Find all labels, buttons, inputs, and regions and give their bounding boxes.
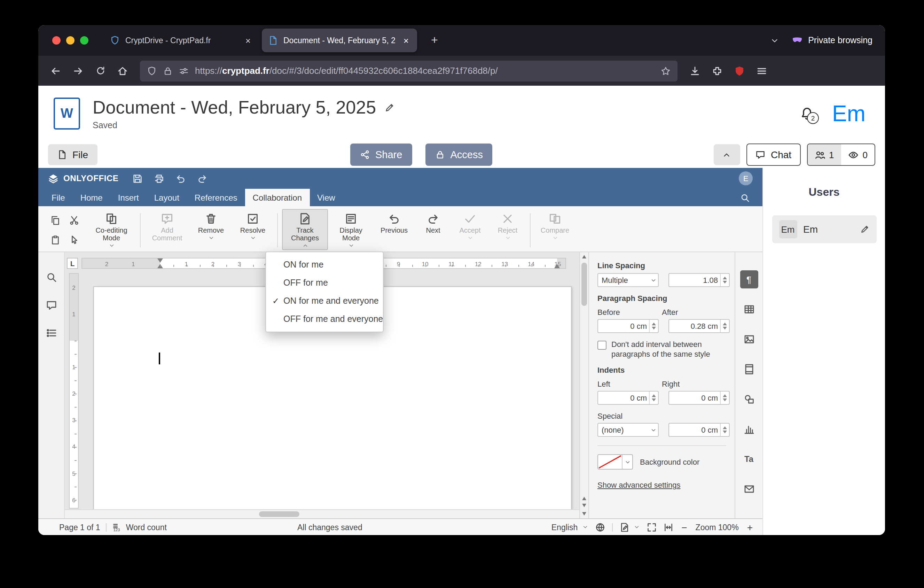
track-menu-item[interactable]: ON for me	[266, 256, 383, 274]
app-menu-button[interactable]	[751, 60, 772, 81]
navigation-outline-icon[interactable]	[46, 327, 57, 339]
oo-tab-home[interactable]: Home	[73, 189, 111, 206]
file-button[interactable]: File	[48, 144, 97, 165]
reject-change-button[interactable]: Reject	[490, 209, 526, 243]
indent-left-spinner[interactable]: 0 cm	[597, 391, 659, 405]
horizontal-scrollbar[interactable]	[65, 509, 579, 518]
zoom-in-button[interactable]: +	[746, 522, 754, 533]
home-button[interactable]	[112, 60, 133, 81]
accept-change-button[interactable]: Accept	[452, 209, 488, 243]
cut-button[interactable]	[66, 211, 83, 229]
close-tab-icon[interactable]: ×	[243, 35, 253, 46]
new-tab-button[interactable]: +	[426, 32, 444, 49]
notifications-bell-icon[interactable]: 2	[800, 107, 814, 121]
remove-comment-button[interactable]: Remove	[191, 209, 231, 243]
extensions-button[interactable]	[707, 60, 728, 81]
previous-change-button[interactable]: Previous	[374, 209, 414, 236]
next-page-arrow[interactable]	[582, 504, 586, 507]
select-all-button[interactable]	[66, 231, 83, 249]
show-advanced-settings-link[interactable]: Show advanced settings	[597, 481, 681, 489]
tab-document[interactable]: Document - Wed, February 5, 2 ×	[262, 28, 417, 52]
forward-button[interactable]	[68, 60, 88, 81]
interval-checkbox[interactable]	[597, 341, 607, 350]
presence-indicator[interactable]: 1 0	[807, 144, 875, 166]
redo-icon[interactable]	[197, 173, 208, 183]
search-button[interactable]	[733, 189, 757, 206]
tab-cryptdrive[interactable]: CryptDrive - CryptPad.fr ×	[104, 28, 259, 52]
special-amount-spinner[interactable]: 0 cm	[668, 423, 730, 437]
permissions-sliders-icon[interactable]	[179, 66, 189, 76]
back-button[interactable]	[45, 60, 66, 81]
spacing-before-spinner[interactable]: 0 cm	[597, 319, 659, 333]
close-window-button[interactable]	[52, 36, 61, 45]
fit-to-width-icon[interactable]	[663, 522, 673, 532]
paragraph-settings-tab[interactable]: ¶	[740, 270, 758, 288]
resolve-button[interactable]: Resolve	[233, 209, 273, 243]
fit-to-page-icon[interactable]	[647, 522, 656, 532]
save-icon[interactable]	[132, 173, 143, 183]
first-line-indent-marker[interactable]	[157, 258, 163, 263]
chat-button[interactable]: Chat	[746, 144, 800, 166]
scroll-up-arrow[interactable]	[582, 255, 586, 258]
copy-button[interactable]	[47, 211, 64, 229]
background-color-button[interactable]	[597, 454, 633, 469]
indent-right-spinner[interactable]: 0 cm	[668, 391, 730, 405]
close-tab-icon[interactable]: ×	[401, 35, 411, 46]
reload-button[interactable]	[90, 60, 111, 81]
word-count-button[interactable]: Word count	[112, 522, 167, 532]
scroll-down-arrow[interactable]	[582, 512, 586, 515]
track-changes-button[interactable]: Track Changes	[282, 209, 328, 250]
share-button[interactable]: Share	[350, 144, 412, 166]
paste-button[interactable]	[47, 231, 64, 249]
track-menu-item[interactable]: OFF for me	[266, 274, 383, 292]
spellcheck-globe-icon[interactable]	[595, 522, 605, 532]
edit-title-pencil-icon[interactable]	[384, 102, 395, 113]
right-indent-marker[interactable]	[554, 264, 559, 268]
display-mode-button[interactable]: Display Mode	[329, 209, 373, 250]
next-change-button[interactable]: Next	[416, 209, 450, 236]
tracking-protection-shield-icon[interactable]	[147, 66, 157, 76]
list-all-tabs-icon[interactable]	[770, 36, 779, 45]
bookmark-star-icon[interactable]	[661, 66, 670, 76]
add-comment-button[interactable]: Add Comment	[145, 209, 190, 243]
table-settings-tab[interactable]	[740, 300, 758, 319]
tab-stop-selector[interactable]: L	[67, 258, 78, 269]
swatch-chevron-icon[interactable]	[622, 455, 632, 469]
track-menu-item[interactable]: ✓ON for me and everyone	[266, 292, 383, 310]
zoom-out-button[interactable]: −	[680, 522, 688, 533]
left-indent-marker[interactable]	[157, 264, 163, 268]
line-spacing-amount-spinner[interactable]: 1.08	[668, 273, 730, 287]
previous-page-arrow[interactable]	[582, 497, 586, 500]
collapse-toolbar-button[interactable]	[714, 144, 740, 165]
vertical-scrollbar[interactable]	[579, 252, 588, 518]
track-changes-status-button[interactable]	[619, 522, 640, 532]
image-settings-tab[interactable]	[740, 330, 758, 349]
shape-settings-tab[interactable]	[740, 390, 758, 408]
horizontal-scroll-thumb[interactable]	[259, 511, 299, 517]
oo-tab-insert[interactable]: Insert	[111, 189, 147, 206]
lock-icon[interactable]	[163, 66, 173, 76]
coediting-mode-button[interactable]: Co-editing Mode	[87, 209, 136, 250]
user-avatar[interactable]: Em	[832, 101, 866, 126]
print-icon[interactable]	[154, 173, 164, 183]
chart-settings-tab[interactable]	[740, 420, 758, 438]
access-button[interactable]: Access	[425, 144, 493, 166]
downloads-button[interactable]	[685, 60, 705, 81]
comments-panel-icon[interactable]	[46, 300, 57, 311]
header-footer-settings-tab[interactable]	[740, 360, 758, 378]
ublock-origin-button[interactable]	[729, 60, 750, 81]
undo-icon[interactable]	[175, 173, 186, 183]
oo-tab-file[interactable]: File	[44, 189, 73, 206]
line-spacing-select[interactable]: Multiple	[597, 273, 659, 287]
find-icon[interactable]	[46, 272, 57, 283]
oo-tab-collaboration[interactable]: Collaboration	[245, 189, 310, 206]
zoom-window-button[interactable]	[80, 36, 88, 45]
oo-user-avatar[interactable]: E	[739, 172, 753, 185]
mail-merge-tab[interactable]	[740, 480, 758, 498]
oo-tab-view[interactable]: View	[310, 189, 343, 206]
textart-settings-tab[interactable]: Ta	[740, 450, 758, 468]
language-selector[interactable]: English	[551, 523, 588, 531]
address-bar[interactable]: https://cryptpad.fr/doc/#/3/doc/edit/ff0…	[140, 60, 678, 81]
spacing-after-spinner[interactable]: 0.28 cm	[668, 319, 730, 333]
vertical-scroll-thumb[interactable]	[581, 263, 587, 306]
